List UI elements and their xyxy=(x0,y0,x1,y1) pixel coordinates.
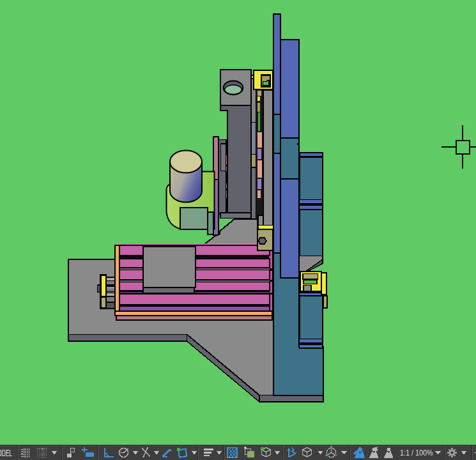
svg-text:1:1 / 100%: 1:1 / 100% xyxy=(400,448,433,457)
svg-text:ODEL: ODEL xyxy=(0,448,12,458)
